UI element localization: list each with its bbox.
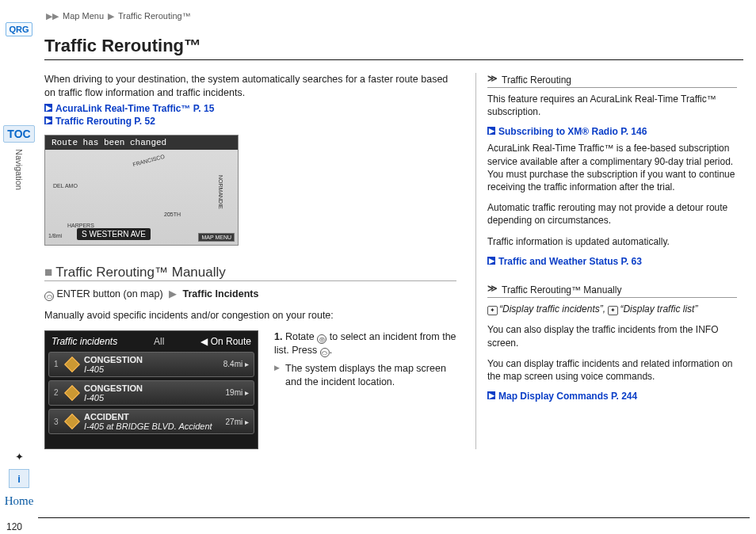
voice-icon[interactable]: ✦: [9, 447, 29, 466]
xref-realtime-traffic[interactable]: AcuraLink Real-Time Traffic™ P. 15: [44, 103, 456, 114]
warning-diamond-icon: [64, 385, 80, 401]
info-icon[interactable]: i: [9, 469, 29, 488]
ti-row-num: 1: [54, 360, 60, 368]
footer-divider: [38, 517, 750, 518]
chevron-right-icon: ▶▶: [46, 11, 59, 21]
side-heading-manual: Traffic Rerouting™ Manually: [487, 283, 737, 298]
breadcrumb-seg[interactable]: Map Menu: [63, 11, 104, 21]
voice-command-icon: ✦: [608, 306, 618, 316]
breadcrumb-seg: Traffic Rerouting™: [118, 11, 191, 21]
subheading-manual: ■Traffic Rerouting™ Manually: [44, 265, 456, 281]
map-screenshot: Route has been changed DEL AMO HARPERS F…: [44, 135, 239, 246]
qrg-tab[interactable]: QRG: [6, 22, 32, 36]
main-column: When driving to your destination, the sy…: [44, 73, 456, 449]
toc-tab[interactable]: TOC: [3, 125, 34, 143]
left-rail: QRG TOC Navigation ✦ i Home: [0, 0, 38, 534]
side-heading-rerouting: Traffic Rerouting: [487, 73, 737, 88]
step-1: 1. Rotate ◎ to select an incident from t…: [274, 330, 456, 357]
manual-intro: Manually avoid specific incidents and/or…: [44, 309, 456, 322]
action-dest: Traffic Incidents: [183, 288, 259, 299]
chevron-right-icon: ▶: [169, 288, 177, 299]
nav-section-label: Navigation: [14, 149, 24, 190]
ti-tab-all: All: [154, 336, 164, 347]
action-pre: ENTER button (on map): [56, 288, 162, 299]
map-label: DEL AMO: [53, 183, 78, 189]
ti-row: 1CONGESTIONI-4058.4mi ▸: [48, 352, 254, 377]
ti-row: 2CONGESTIONI-40519mi ▸: [48, 380, 254, 406]
side-paragraph: Automatic traffic rerouting may not prov…: [487, 201, 737, 227]
page-title: Traffic Rerouting™: [44, 36, 743, 56]
map-scale: 1/8mi: [48, 233, 62, 238]
map-label: 205TH: [164, 212, 181, 217]
voice-command-icon: ✦: [487, 306, 498, 316]
map-label: HARPERS: [67, 223, 94, 228]
map-menu-button: MAP MENU: [198, 233, 235, 242]
page-number: 120: [6, 521, 22, 532]
map-label: FRANCISCO: [132, 154, 166, 167]
ti-row-distance: 8.4mi ▸: [223, 360, 249, 368]
page: ▶▶ Map Menu ▶ Traffic Rerouting™ Traffic…: [38, 6, 750, 529]
map-label: NORMANDIE: [218, 175, 223, 209]
ti-row-num: 3: [54, 418, 60, 426]
ti-title: Traffic incidents: [52, 336, 117, 347]
side-paragraph: This feature requires an AcuraLink Real-…: [487, 93, 737, 118]
side-paragraph: You can also display the traffic inciden…: [487, 323, 737, 349]
ti-tab-onroute: ◀ On Route: [200, 336, 251, 347]
enter-button-icon: ⬭: [44, 292, 54, 301]
ti-row-distance: 27mi ▸: [226, 418, 249, 426]
action-path: ⬭ ENTER button (on map) ▶ Traffic Incide…: [44, 288, 456, 301]
xref-traffic-rerouting[interactable]: Traffic Rerouting P. 52: [44, 116, 456, 127]
press-button-icon: ⬭: [320, 348, 330, 357]
map-banner: Route has been changed: [45, 135, 238, 150]
side-paragraph: Traffic information is updated automatic…: [487, 235, 737, 248]
xref-traffic-weather[interactable]: Traffic and Weather Status P. 63: [487, 256, 737, 267]
voice-commands: ✦“Display traffic incidents”, ✦“Display …: [487, 303, 737, 316]
ti-row-text: ACCIDENTI-405 at BRIDGE BLVD. Accident: [84, 412, 220, 431]
rotary-dial-icon: ◎: [317, 334, 326, 344]
divider: [44, 59, 743, 60]
ti-row-text: CONGESTIONI-405: [84, 383, 220, 402]
ti-row-text: CONGESTIONI-405: [84, 355, 217, 374]
warning-diamond-icon: [64, 414, 80, 429]
step-1-result: The system displays the map screen and t…: [274, 362, 456, 389]
breadcrumb: ▶▶ Map Menu ▶ Traffic Rerouting™: [38, 6, 750, 29]
side-paragraph: You can display traffic incidents and re…: [487, 357, 737, 383]
warning-diamond-icon: [64, 357, 80, 372]
step-list: 1. Rotate ◎ to select an incident from t…: [274, 330, 456, 449]
intro-paragraph: When driving to your destination, the sy…: [44, 73, 456, 100]
ti-row-distance: 19mi ▸: [226, 388, 249, 397]
ti-row-num: 2: [54, 388, 60, 397]
xref-map-commands[interactable]: Map Display Commands P. 244: [487, 391, 737, 402]
side-paragraph: AcuraLink Real-Time Traffic™ is a fee-ba…: [487, 142, 737, 193]
traffic-incidents-screenshot: Traffic incidents All ◀ On Route 1CONGES…: [44, 330, 258, 449]
home-icon[interactable]: Home: [9, 491, 29, 510]
xref-xm-radio[interactable]: Subscribing to XM® Radio P. 146: [487, 126, 737, 137]
ti-row: 3ACCIDENTI-405 at BRIDGE BLVD. Accident2…: [48, 409, 254, 434]
chevron-right-icon: ▶: [108, 11, 114, 21]
sidebar-column: Traffic Rerouting This feature requires …: [475, 73, 743, 449]
map-current-street: S WESTERN AVE: [77, 228, 151, 240]
